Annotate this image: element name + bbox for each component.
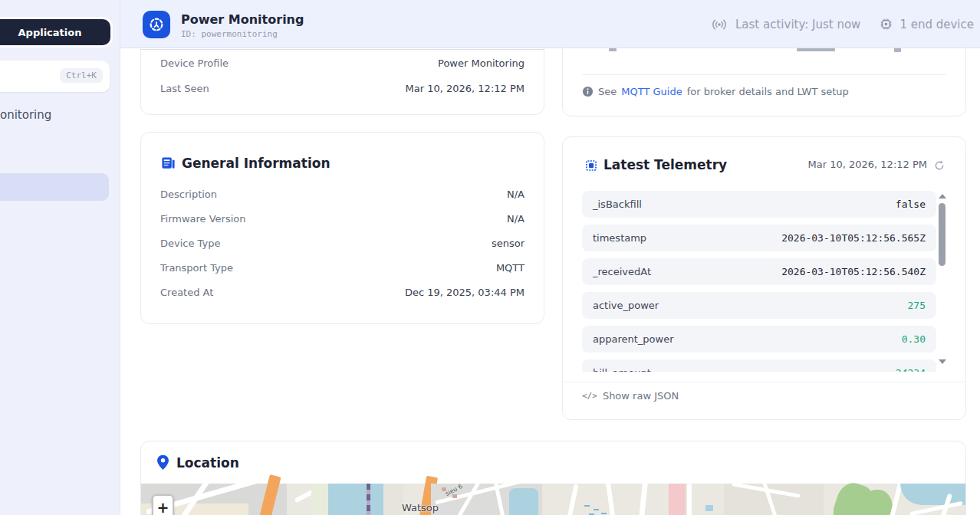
row-value: Power Monitoring xyxy=(438,57,525,69)
info-row: Device Type sensor xyxy=(160,232,525,254)
map-park xyxy=(862,490,893,515)
telemetry-value: 2026-03-10T05:12:56.565Z xyxy=(781,232,926,244)
row-label: Device Profile xyxy=(160,57,229,69)
telemetry-value: 0.30 xyxy=(902,333,926,345)
row-label: Device Type xyxy=(160,238,220,249)
mqtt-guide-link[interactable]: MQTT Guide xyxy=(621,86,682,97)
map-area-pink xyxy=(669,484,686,515)
info-row: Description N/A xyxy=(160,183,525,205)
note-text-prefix: See xyxy=(598,86,617,97)
map-building xyxy=(452,494,457,498)
scrollbar-thumb[interactable] xyxy=(939,203,945,266)
newspaper-icon xyxy=(161,156,176,170)
info-row: Firmware Version N/A xyxy=(160,208,525,229)
general-info-title: General Information xyxy=(182,156,331,171)
info-row: Created At Dec 19, 2025, 03:44 PM xyxy=(160,281,525,303)
mqtt-note: See MQTT Guide for broker details and LW… xyxy=(582,84,849,99)
row-label: Created At xyxy=(160,287,213,298)
telemetry-title: Latest Telemetry xyxy=(603,157,727,172)
map-place-label: Watsop xyxy=(402,502,439,513)
page-title: Power Monitoring xyxy=(181,12,304,27)
map-road xyxy=(633,476,649,515)
telemetry-card: Latest Telemetry Mar 10, 2026, 12:12 PM … xyxy=(562,136,966,420)
card-divider xyxy=(563,382,965,382)
device-icon xyxy=(143,11,170,38)
telemetry-key: apparent_power xyxy=(593,333,674,345)
map-marsh xyxy=(594,509,599,510)
telemetry-list[interactable]: _isBackfill false timestamp 2026-03-10T0… xyxy=(582,191,936,372)
telemetry-value: 24234 xyxy=(896,367,926,372)
overview-row: Last Seen Mar 10, 2026, 12:12 PM xyxy=(160,77,525,99)
telemetry-key: _isBackfill xyxy=(593,198,642,210)
map-road xyxy=(687,484,692,515)
telemetry-key: active_power xyxy=(593,300,659,311)
general-info-card: General Information Description N/A Firm… xyxy=(140,132,544,324)
card-divider xyxy=(141,49,544,50)
show-raw-json-label: Show raw JSON xyxy=(603,390,679,402)
map-railway xyxy=(367,484,370,515)
clipped-row-remnant xyxy=(609,48,617,51)
chip-icon-blue xyxy=(584,159,598,172)
device-detail-page: Application Ctrl+K onitoring Power Monit… xyxy=(0,0,980,515)
application-button[interactable]: Application xyxy=(0,19,110,45)
telemetry-key: _receivedAt xyxy=(593,266,651,277)
scrollbar-down-arrow[interactable] xyxy=(939,359,946,364)
telemetry-key: timestamp xyxy=(593,232,646,244)
telemetry-row: bill_amount 24234 xyxy=(582,359,936,372)
telemetry-updated-at: Mar 10, 2026, 12:12 PM xyxy=(808,159,927,170)
search-shortcut-badge: Ctrl+K xyxy=(60,68,103,83)
row-label: Firmware Version xyxy=(160,213,246,225)
telemetry-row: _isBackfill false xyxy=(582,191,936,218)
row-value: Dec 19, 2025, 03:44 PM xyxy=(405,287,525,298)
note-text-suffix: for broker details and LWT setup xyxy=(687,86,849,97)
location-map[interactable]: sieu 6 Watsop xyxy=(141,484,965,515)
chip-icon xyxy=(879,17,893,31)
telemetry-row: _receivedAt 2026-03-10T05:12:56.540Z xyxy=(582,258,936,285)
telemetry-value: 275 xyxy=(908,300,926,311)
row-value: sensor xyxy=(492,238,525,249)
code-icon: </> xyxy=(582,391,597,401)
map-water xyxy=(328,484,383,515)
row-label: Description xyxy=(160,189,217,200)
telemetry-key: bill_amount xyxy=(593,367,651,372)
map-road xyxy=(606,481,620,515)
info-icon xyxy=(582,86,594,97)
map-water xyxy=(509,488,538,515)
row-value: Mar 10, 2026, 12:12 PM xyxy=(406,83,525,94)
device-id: ID: powermonitoring xyxy=(181,29,278,39)
map-marsh xyxy=(601,513,607,514)
signal-icon xyxy=(711,18,728,31)
sidebar: Application Ctrl+K onitoring xyxy=(0,0,120,515)
telemetry-value: 2026-03-10T05:12:56.540Z xyxy=(781,266,926,277)
show-raw-json-button[interactable]: </> Show raw JSON xyxy=(582,390,679,402)
card-divider xyxy=(582,74,946,75)
map-area-green xyxy=(311,484,330,515)
map-water xyxy=(705,505,713,511)
location-title: Location xyxy=(176,455,239,471)
telemetry-value: false xyxy=(896,198,926,210)
info-row: Transport Type MQTT xyxy=(160,257,525,278)
row-label: Transport Type xyxy=(160,262,233,274)
row-value: N/A xyxy=(507,189,525,200)
telemetry-row: timestamp 2026-03-10T05:12:56.565Z xyxy=(582,225,936,251)
overview-row: Device Profile Power Monitoring xyxy=(160,52,525,74)
telemetry-row: apparent_power 0.30 xyxy=(582,326,936,353)
last-activity-label: Last activity: Just now xyxy=(735,18,860,31)
sidebar-search: Ctrl+K xyxy=(0,61,110,92)
row-value: MQTT xyxy=(496,262,525,274)
application-button-label: Application xyxy=(18,27,82,38)
sidebar-item-selected[interactable] xyxy=(0,173,109,201)
scrollbar-up-arrow[interactable] xyxy=(939,194,946,198)
map-marsh xyxy=(584,505,590,507)
telemetry-row: active_power 275 xyxy=(582,292,936,319)
map-pin-icon xyxy=(156,454,169,471)
sidebar-app-name-partial: onitoring xyxy=(0,108,51,122)
map-area xyxy=(383,484,403,515)
refresh-icon[interactable] xyxy=(933,159,945,172)
location-card: Location sieu 6 Watsop xyxy=(140,441,966,515)
map-road xyxy=(561,484,578,515)
map-zoom-in-button[interactable]: + xyxy=(152,494,174,515)
clipped-row-remnant xyxy=(797,48,835,51)
row-label: Last Seen xyxy=(160,83,209,94)
header-status: Last activity: Just now 1 end device xyxy=(711,0,974,48)
